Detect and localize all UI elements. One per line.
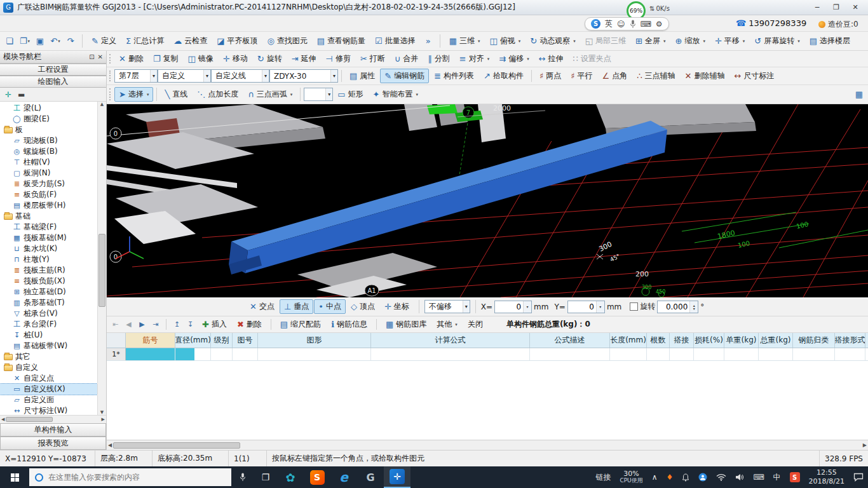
tree-horizontal-scrollbar[interactable]: ◀ ▶: [0, 415, 106, 423]
tree-vertical-scrollbar[interactable]: ▲ ▼: [97, 102, 106, 415]
toolbar-button[interactable]: Σ 汇总计算: [121, 34, 168, 48]
wifi-icon[interactable]: [712, 466, 731, 488]
grid-cell[interactable]: [670, 348, 694, 360]
tree-item[interactable]: ≡筏板负筋(X): [0, 276, 97, 287]
grid-cell[interactable]: [175, 348, 211, 360]
mic-button[interactable]: [231, 466, 254, 488]
tree-item[interactable]: ✕自定义点: [0, 373, 97, 384]
view-button[interactable]: ▤ 选择楼层 ▾: [805, 34, 855, 48]
grid-cell[interactable]: [647, 348, 670, 360]
toolbar-button[interactable]: ▤ 查看钢筋量: [313, 34, 370, 48]
view-button[interactable]: ↻ 动态观察 ▾: [526, 34, 580, 48]
tree-item[interactable]: ⊔集水坑(K): [0, 243, 97, 254]
offset-select[interactable]: 不偏移▾: [424, 300, 470, 313]
scroll-track[interactable]: [98, 107, 106, 410]
single-member-input-button[interactable]: 单构件输入: [0, 423, 106, 437]
grid-cell[interactable]: [371, 348, 530, 360]
volume-icon[interactable]: [731, 466, 749, 488]
tree-folder[interactable]: 基础: [0, 211, 97, 222]
ime-toolbar[interactable]: S 英 ☺ ⌨ ⚙: [585, 17, 669, 30]
tree-folder[interactable]: 板: [0, 125, 97, 135]
close-grid-button[interactable]: 关闭: [463, 317, 487, 332]
undo-button[interactable]: ↶▾: [48, 34, 62, 48]
grid-column-header[interactable]: 筋号: [126, 333, 175, 348]
scroll-thumb[interactable]: [113, 442, 240, 449]
element-button[interactable]: ▤ 属性: [345, 69, 379, 83]
toolbar-grip[interactable]: [109, 54, 112, 64]
grid-cell[interactable]: [724, 348, 759, 360]
grid-row-1[interactable]: 1*: [107, 348, 868, 361]
aux-axis-button[interactable]: ✕ 删除辅轴: [681, 69, 729, 83]
emoji-icon[interactable]: ☺: [617, 20, 625, 29]
report-preview-button[interactable]: 报表预览: [0, 437, 106, 450]
tray-orange-app-icon[interactable]: ♦: [662, 466, 678, 488]
tree-item[interactable]: 工梁(L): [0, 103, 97, 114]
tree-item[interactable]: 工承台梁(F): [0, 319, 97, 330]
toolbar-button[interactable]: ✎ 定义: [87, 34, 121, 48]
taskbar-app-ie[interactable]: e: [330, 466, 357, 488]
last-record-icon[interactable]: ⇥: [149, 318, 161, 330]
grid-column-header[interactable]: 图形: [258, 333, 371, 348]
next-record-icon[interactable]: ▶: [136, 318, 148, 330]
first-record-icon[interactable]: ⇤: [109, 318, 121, 330]
action-center-button[interactable]: [849, 466, 868, 488]
aux-axis-button[interactable]: ↔ 尺寸标注: [729, 69, 778, 83]
tree-item[interactable]: ▥条形基础(T): [0, 297, 97, 308]
view-button[interactable]: ◱ 局部三维 ▾: [581, 34, 630, 48]
edit-button[interactable]: ◫ 镜像 ▾: [184, 51, 218, 66]
cpu-usage-widget[interactable]: 30% CPU使用: [615, 466, 647, 488]
draw-input-button[interactable]: 绘图输入: [0, 76, 106, 88]
move-row-up-icon[interactable]: ↥: [171, 318, 183, 330]
x-coord-input[interactable]: [495, 302, 523, 311]
panel-close-icon[interactable]: ✕: [98, 53, 103, 60]
toolbar-button[interactable]: ◪ 平齐板顶: [212, 34, 262, 48]
taskbar-app-glodon-active[interactable]: ✛: [384, 466, 410, 488]
edit-button[interactable]: ⊣ 修剪 ▾: [322, 51, 355, 66]
edit-button[interactable]: ✛ 移动 ▾: [219, 51, 252, 66]
x-coord-field[interactable]: ▾: [494, 301, 532, 313]
view-button[interactable]: ⊕ 缩放 ▾: [670, 34, 709, 48]
draw-tool-button[interactable]: ∩ 三点画弧 ▾: [243, 87, 297, 102]
minimize-button[interactable]: ─: [808, 1, 827, 14]
scroll-left-icon[interactable]: ◀: [1, 417, 4, 422]
edit-button[interactable]: ⇉ 偏移 ▾: [494, 51, 533, 66]
tree-item[interactable]: ≣板受力筋(S): [0, 179, 97, 189]
project-settings-button[interactable]: 工程设置: [0, 64, 106, 76]
hidden-icons-chevron[interactable]: ∧: [648, 466, 662, 488]
snap-button[interactable]: ✛ 坐标: [380, 299, 414, 314]
close-button[interactable]: ✕: [846, 1, 865, 14]
tree-item[interactable]: ▽桩承台(V): [0, 308, 97, 319]
grid-cell[interactable]: [793, 348, 835, 360]
scroll-thumb[interactable]: [98, 234, 105, 306]
tree-item[interactable]: ▱自定义面: [0, 395, 97, 405]
element-button[interactable]: ✎ 编辑钢筋: [380, 69, 429, 83]
toolbar-grip[interactable]: [109, 88, 112, 100]
edit-button[interactable]: ∪ 合并 ▾: [390, 51, 423, 66]
expand-all-icon[interactable]: ✛: [5, 90, 11, 99]
type-select[interactable]: 自定义线▾: [211, 69, 269, 83]
edit-button[interactable]: ↻ 旋转 ▾: [253, 51, 287, 66]
snap-button[interactable]: ⊥ 垂点: [280, 299, 313, 314]
edit-button[interactable]: ✕ 删除 ▾: [114, 51, 148, 66]
tree-item[interactable]: ▦筏板基础(M): [0, 233, 97, 243]
rebar-info-button[interactable]: ℹ钢筋信息: [327, 317, 372, 332]
grid-column-header[interactable]: 级别: [211, 333, 233, 348]
grid-row-header[interactable]: 1*: [107, 348, 126, 360]
viewport-3d-canvas[interactable]: 0 0 7 A1 2000 300 45° 200 1800 100: [107, 104, 868, 297]
scroll-left-icon[interactable]: ◀: [108, 442, 112, 448]
scroll-up-icon[interactable]: ▲: [100, 102, 104, 107]
redo-button[interactable]: ↷: [64, 34, 78, 48]
collapse-all-icon[interactable]: ▬: [18, 90, 25, 99]
bell-icon[interactable]: [677, 466, 694, 488]
taskbar-app-g[interactable]: G: [357, 466, 384, 488]
aux-axis-button[interactable]: ♯ 两点: [535, 69, 566, 83]
toolbar-grip[interactable]: [109, 71, 112, 81]
grid-column-header[interactable]: 钢筋归类: [793, 333, 835, 348]
grid-cell[interactable]: [211, 348, 233, 360]
snap-button[interactable]: • 中点: [314, 299, 346, 314]
element-button[interactable]: ≣ 构件列表: [430, 69, 478, 83]
scroll-right-icon[interactable]: ▶: [102, 417, 105, 422]
grid-column-header[interactable]: 长度(mm): [610, 333, 647, 348]
save-button[interactable]: ▣: [33, 34, 47, 48]
other-menu-button[interactable]: 其他▾: [432, 317, 462, 332]
